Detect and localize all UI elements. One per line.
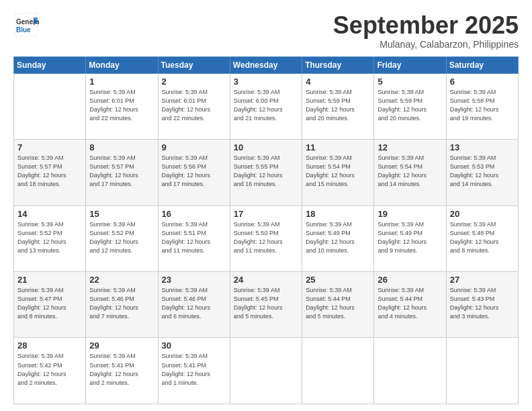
day-info: Sunrise: 5:39 AM Sunset: 5:49 PM Dayligh… <box>378 220 442 255</box>
day-number: 30 <box>162 340 226 351</box>
day-info: Sunrise: 5:39 AM Sunset: 5:58 PM Dayligh… <box>450 88 515 123</box>
day-info: Sunrise: 5:39 AM Sunset: 6:01 PM Dayligh… <box>89 88 154 123</box>
calendar-header-wednesday: Wednesday <box>230 56 302 73</box>
day-number: 14 <box>17 209 82 219</box>
day-number: 10 <box>234 142 298 152</box>
calendar-cell: 21Sunrise: 5:39 AM Sunset: 5:47 PM Dayli… <box>14 272 86 338</box>
month-title: September 2025 <box>333 12 519 39</box>
calendar-header-friday: Friday <box>374 56 446 73</box>
calendar-header-tuesday: Tuesday <box>158 56 230 73</box>
day-info: Sunrise: 5:39 AM Sunset: 5:45 PM Dayligh… <box>234 286 298 321</box>
day-number: 15 <box>89 209 154 219</box>
day-number: 2 <box>162 77 226 87</box>
calendar-cell: 25Sunrise: 5:39 AM Sunset: 5:44 PM Dayli… <box>302 272 374 338</box>
day-info: Sunrise: 5:39 AM Sunset: 5:56 PM Dayligh… <box>162 154 226 189</box>
day-info: Sunrise: 5:39 AM Sunset: 5:46 PM Dayligh… <box>162 286 226 321</box>
calendar-cell: 30Sunrise: 5:39 AM Sunset: 5:41 PM Dayli… <box>158 338 230 404</box>
calendar-header-thursday: Thursday <box>302 56 374 73</box>
calendar-cell: 27Sunrise: 5:39 AM Sunset: 5:43 PM Dayli… <box>446 272 518 338</box>
calendar-cell: 28Sunrise: 5:39 AM Sunset: 5:42 PM Dayli… <box>14 338 86 404</box>
calendar-header-saturday: Saturday <box>446 56 518 73</box>
header: General Blue September 2025 Mulanay, Cal… <box>13 12 519 50</box>
day-number: 24 <box>234 275 298 285</box>
day-number: 6 <box>450 77 515 87</box>
calendar-cell <box>14 73 86 139</box>
logo-icon: General Blue <box>13 12 39 38</box>
calendar-cell <box>302 338 374 404</box>
day-info: Sunrise: 5:39 AM Sunset: 5:42 PM Dayligh… <box>17 352 82 387</box>
day-info: Sunrise: 5:39 AM Sunset: 6:01 PM Dayligh… <box>162 88 226 123</box>
day-info: Sunrise: 5:39 AM Sunset: 6:00 PM Dayligh… <box>234 88 298 123</box>
day-info: Sunrise: 5:39 AM Sunset: 5:54 PM Dayligh… <box>378 154 442 189</box>
calendar-cell: 12Sunrise: 5:39 AM Sunset: 5:54 PM Dayli… <box>374 140 446 205</box>
day-number: 1 <box>89 77 154 87</box>
day-number: 18 <box>306 209 370 219</box>
svg-text:Blue: Blue <box>16 26 31 34</box>
calendar-cell: 26Sunrise: 5:39 AM Sunset: 5:44 PM Dayli… <box>374 272 446 338</box>
calendar-cell: 10Sunrise: 5:39 AM Sunset: 5:55 PM Dayli… <box>230 140 302 205</box>
calendar-cell: 16Sunrise: 5:39 AM Sunset: 5:51 PM Dayli… <box>158 205 230 271</box>
calendar-cell: 1Sunrise: 5:39 AM Sunset: 6:01 PM Daylig… <box>86 73 158 139</box>
calendar-cell: 22Sunrise: 5:39 AM Sunset: 5:46 PM Dayli… <box>86 272 158 338</box>
day-info: Sunrise: 5:39 AM Sunset: 5:59 PM Dayligh… <box>306 88 370 123</box>
calendar-week-row: 28Sunrise: 5:39 AM Sunset: 5:42 PM Dayli… <box>14 338 519 404</box>
day-info: Sunrise: 5:39 AM Sunset: 5:57 PM Dayligh… <box>17 154 82 189</box>
logo: General Blue <box>13 12 39 38</box>
calendar-week-row: 21Sunrise: 5:39 AM Sunset: 5:47 PM Dayli… <box>14 272 519 338</box>
day-number: 23 <box>162 275 226 285</box>
day-number: 19 <box>378 209 442 219</box>
day-number: 26 <box>378 275 442 285</box>
day-number: 9 <box>162 142 226 152</box>
day-number: 25 <box>306 275 370 285</box>
calendar-week-row: 7Sunrise: 5:39 AM Sunset: 5:57 PM Daylig… <box>14 140 519 205</box>
calendar-cell <box>374 338 446 404</box>
calendar-cell: 15Sunrise: 5:39 AM Sunset: 5:52 PM Dayli… <box>86 205 158 271</box>
calendar-cell: 6Sunrise: 5:39 AM Sunset: 5:58 PM Daylig… <box>446 73 518 139</box>
day-number: 16 <box>162 209 226 219</box>
day-number: 3 <box>234 77 298 87</box>
title-block: September 2025 Mulanay, Calabarzon, Phil… <box>333 12 519 50</box>
day-number: 7 <box>17 142 82 152</box>
calendar-header-sunday: Sunday <box>14 56 86 73</box>
calendar-header-row: SundayMondayTuesdayWednesdayThursdayFrid… <box>14 56 519 73</box>
day-info: Sunrise: 5:39 AM Sunset: 5:51 PM Dayligh… <box>162 220 226 255</box>
day-number: 20 <box>450 209 515 219</box>
day-number: 28 <box>17 340 82 351</box>
day-info: Sunrise: 5:39 AM Sunset: 5:52 PM Dayligh… <box>17 220 82 255</box>
calendar-cell: 23Sunrise: 5:39 AM Sunset: 5:46 PM Dayli… <box>158 272 230 338</box>
day-info: Sunrise: 5:39 AM Sunset: 5:59 PM Dayligh… <box>378 88 442 123</box>
day-info: Sunrise: 5:39 AM Sunset: 5:41 PM Dayligh… <box>162 352 226 387</box>
calendar-cell: 4Sunrise: 5:39 AM Sunset: 5:59 PM Daylig… <box>302 73 374 139</box>
day-number: 27 <box>450 275 515 285</box>
calendar-cell: 11Sunrise: 5:39 AM Sunset: 5:54 PM Dayli… <box>302 140 374 205</box>
calendar-cell: 17Sunrise: 5:39 AM Sunset: 5:50 PM Dayli… <box>230 205 302 271</box>
calendar-cell <box>230 338 302 404</box>
day-number: 22 <box>89 275 154 285</box>
day-info: Sunrise: 5:39 AM Sunset: 5:54 PM Dayligh… <box>306 154 370 189</box>
calendar-cell: 14Sunrise: 5:39 AM Sunset: 5:52 PM Dayli… <box>14 205 86 271</box>
calendar-cell: 5Sunrise: 5:39 AM Sunset: 5:59 PM Daylig… <box>374 73 446 139</box>
calendar-cell: 7Sunrise: 5:39 AM Sunset: 5:57 PM Daylig… <box>14 140 86 205</box>
day-info: Sunrise: 5:39 AM Sunset: 5:41 PM Dayligh… <box>89 352 154 387</box>
calendar-header-monday: Monday <box>86 56 158 73</box>
day-info: Sunrise: 5:39 AM Sunset: 5:55 PM Dayligh… <box>234 154 298 189</box>
calendar-cell: 9Sunrise: 5:39 AM Sunset: 5:56 PM Daylig… <box>158 140 230 205</box>
calendar-table: SundayMondayTuesdayWednesdayThursdayFrid… <box>13 56 519 404</box>
day-number: 8 <box>89 142 154 152</box>
calendar-cell: 20Sunrise: 5:39 AM Sunset: 5:48 PM Dayli… <box>446 205 518 271</box>
calendar-cell <box>446 338 518 404</box>
calendar-cell: 3Sunrise: 5:39 AM Sunset: 6:00 PM Daylig… <box>230 73 302 139</box>
day-info: Sunrise: 5:39 AM Sunset: 5:44 PM Dayligh… <box>378 286 442 321</box>
day-number: 4 <box>306 77 370 87</box>
day-number: 21 <box>17 275 82 285</box>
day-info: Sunrise: 5:39 AM Sunset: 5:53 PM Dayligh… <box>450 154 515 189</box>
day-info: Sunrise: 5:39 AM Sunset: 5:43 PM Dayligh… <box>450 286 515 321</box>
calendar-cell: 8Sunrise: 5:39 AM Sunset: 5:57 PM Daylig… <box>86 140 158 205</box>
day-number: 29 <box>89 340 154 351</box>
calendar-cell: 29Sunrise: 5:39 AM Sunset: 5:41 PM Dayli… <box>86 338 158 404</box>
day-number: 11 <box>306 142 370 152</box>
page: General Blue September 2025 Mulanay, Cal… <box>0 0 532 411</box>
day-info: Sunrise: 5:39 AM Sunset: 5:49 PM Dayligh… <box>306 220 370 255</box>
day-number: 5 <box>378 77 442 87</box>
calendar-cell: 24Sunrise: 5:39 AM Sunset: 5:45 PM Dayli… <box>230 272 302 338</box>
